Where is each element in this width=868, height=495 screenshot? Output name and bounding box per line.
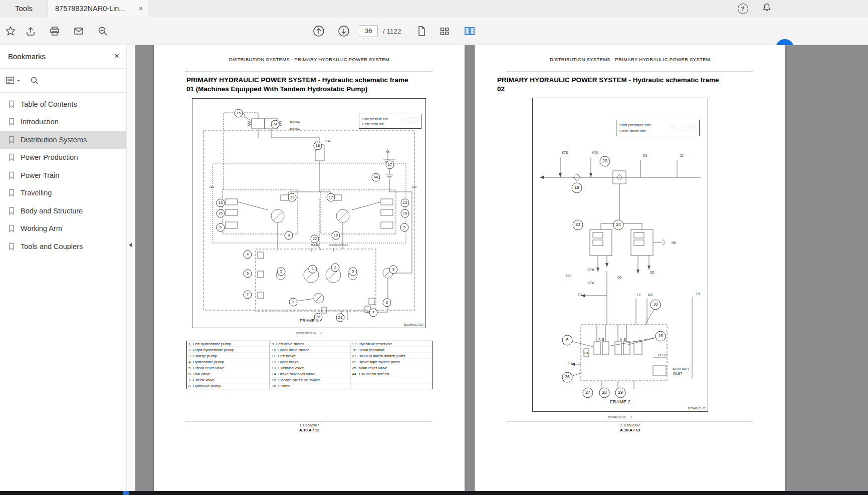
table-cell: 15. Charge pressure switch	[270, 377, 350, 383]
table-row: 1. Left hydrostatic pump 9. Left drive m…	[187, 341, 432, 347]
bookmark-icon	[8, 153, 15, 161]
collapse-panel-button[interactable]	[129, 242, 132, 248]
footer-date: 1 1/16/2007	[154, 423, 465, 427]
previous-page-button[interactable]	[311, 24, 326, 39]
callout-number: 44	[372, 173, 380, 182]
notifications-button[interactable]	[761, 3, 773, 15]
footer-rule	[185, 421, 432, 421]
callout-number: 12	[327, 193, 335, 202]
arrow-up-circle-icon	[312, 25, 325, 38]
callout-number: 11	[288, 193, 297, 202]
callout-number: 7	[244, 291, 252, 299]
help-icon: ?	[738, 4, 748, 14]
page-header: DISTRIBUTION SYSTEMS - PRIMARY HYDRAULIC…	[154, 57, 465, 62]
callout-number: 6	[244, 270, 252, 278]
star-icon	[5, 26, 16, 37]
table-cell: 14. Brake solenoid valve	[270, 371, 350, 377]
callout-number: 28	[599, 388, 610, 398]
footer-page-code: A.10.A / 13	[475, 428, 785, 432]
taskbar-accent	[123, 491, 129, 495]
next-page-button[interactable]	[336, 24, 351, 39]
pdf-page-left: DISTRIBUTION SYSTEMS - PRIMARY HYDRAULIC…	[154, 45, 465, 491]
figure-caption: BC06H022-01A 1	[192, 332, 426, 335]
callout-number: 16	[216, 209, 225, 218]
callout-number: 27	[583, 388, 593, 398]
caret-down-icon	[17, 79, 21, 83]
section-title: PRIMARY HYDRAULIC POWER SYSTEM - Hydraul…	[186, 76, 417, 93]
tab-document[interactable]: 87578832NAR0-Lin... ×	[48, 0, 148, 17]
bookmark-options-button[interactable]	[5, 76, 21, 86]
bookmark-label: Travelling	[21, 189, 52, 197]
pdf-page-right: DISTRIBUTION SYSTEMS - PRIMARY HYDRAULIC…	[475, 45, 785, 491]
figure-caption: BC04M181-02 1	[532, 416, 708, 419]
section-title: PRIMARY HYDRAULIC POWER SYSTEM - Hydraul…	[497, 76, 728, 93]
table-cell	[350, 383, 431, 389]
help-button[interactable]: ?	[737, 3, 749, 15]
schematic-callouts: 20 19 23 24 30 5 16 26 27 28	[533, 98, 708, 411]
page-count-label: / 1122	[383, 17, 401, 45]
bookmark-label: Working Arm	[21, 224, 62, 232]
single-page-view-button[interactable]	[414, 24, 429, 39]
bookmark-label: Table of Contents	[21, 100, 77, 108]
bookmark-icon	[8, 136, 15, 144]
callout-number: 9	[285, 231, 293, 240]
table-cell: 5. Circuit relief valve	[187, 365, 270, 371]
table-cell: 2. Right hydrostatic pump	[187, 347, 270, 353]
divider	[0, 68, 126, 69]
bookmark-item[interactable]: Working Arm	[0, 220, 126, 238]
table-cell: 1. Left hydrostatic pump	[187, 341, 270, 347]
page-number-input[interactable]	[359, 25, 378, 37]
bookmark-item[interactable]: Table of Contents	[0, 95, 126, 113]
table-cell: 25. Main relief valve	[350, 365, 431, 371]
header-rule	[185, 72, 432, 72]
toolbar: / 1122	[0, 17, 868, 45]
callout-number: 15	[235, 109, 243, 118]
close-bookmarks-button[interactable]: ×	[114, 51, 119, 61]
table-cell: 9. Left drive motor	[270, 341, 350, 347]
search-bookmarks-button[interactable]	[30, 76, 40, 86]
callout-number: 14	[271, 120, 280, 129]
figure-code: BC04M181-02	[688, 407, 706, 410]
email-button[interactable]	[71, 24, 86, 39]
table-cell: 22. Brake light switch ports	[350, 359, 431, 365]
tab-tools[interactable]: Tools	[0, 0, 48, 17]
callout-number: 22	[311, 235, 319, 243]
bookmark-item[interactable]: Power Train	[0, 166, 126, 184]
star-button[interactable]	[3, 24, 18, 39]
two-page-view-button[interactable]	[462, 24, 477, 39]
table-cell: 21. Backup alarm switch ports	[350, 353, 431, 359]
bookmark-item[interactable]: Distribution Systems	[0, 131, 126, 149]
bookmark-item[interactable]: Power Production	[0, 149, 126, 167]
table-cell: 17. Hydraulic reservoir	[350, 341, 431, 347]
bookmarks-title: Bookmarks	[8, 52, 114, 61]
footer-date: 1 1/16/2007	[475, 423, 785, 427]
table-cell: 12. Right brake	[270, 359, 350, 365]
table-cell	[350, 377, 431, 383]
document-canvas[interactable]: DISTRIBUTION SYSTEMS - PRIMARY HYDRAULIC…	[135, 45, 868, 491]
callout-number: 2	[331, 264, 340, 272]
panel-splitter[interactable]	[126, 45, 135, 491]
zoom-out-button[interactable]	[95, 24, 110, 39]
table-cell: 18. Drain manifold	[350, 347, 431, 353]
table-row: 5. Circuit relief valve 13. Flushing val…	[187, 365, 432, 371]
bookmark-icon	[8, 242, 15, 251]
callout-number: 16	[656, 331, 666, 342]
table-row: 4. Hydrostatic pump 12. Right brake 22. …	[187, 359, 432, 365]
bookmark-item[interactable]: Travelling	[0, 184, 126, 202]
callout-number: 8	[389, 266, 398, 274]
callout-number: 29	[615, 388, 626, 398]
share-button[interactable]	[23, 24, 38, 39]
print-button[interactable]	[47, 24, 62, 39]
close-tab-icon[interactable]: ×	[139, 5, 143, 13]
bookmark-item[interactable]: Body and Structure	[0, 202, 126, 220]
table-cell: 16. Orifice	[270, 383, 350, 389]
figure-code: BC06H022-01A	[404, 323, 423, 326]
header-rule	[506, 72, 753, 72]
bookmark-item[interactable]: Introduction	[0, 113, 126, 131]
callout-number: 30	[650, 300, 661, 310]
table-row: 7. Check valve 15. Charge pressure switc…	[187, 377, 432, 383]
two-page-view-icon	[464, 26, 476, 37]
bookmark-label: Power Train	[21, 171, 59, 179]
bookmark-item[interactable]: Tools and Couplers	[0, 237, 126, 256]
page-layout-button[interactable]	[437, 24, 452, 39]
